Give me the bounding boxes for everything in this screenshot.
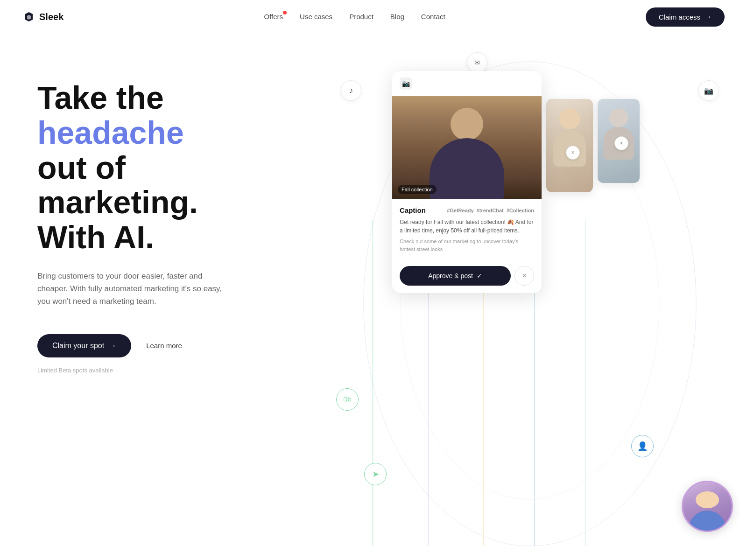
nav-link-blog[interactable]: Blog (390, 13, 404, 21)
claim-spot-arrow-icon: → (109, 342, 116, 350)
avatar (682, 481, 733, 532)
tiktok-icon: ♪ (341, 80, 361, 101)
caption-tags: #GetReady #trendChat #Collection (447, 208, 534, 213)
side-reject-btn-2[interactable]: × (614, 136, 628, 150)
card-image: Fall collection (392, 96, 542, 199)
reject-icon: × (522, 272, 526, 280)
caption-text: Get ready for Fall with our latest colle… (400, 218, 534, 235)
hero-subtitle: Bring customers to your door easier, fas… (37, 270, 224, 308)
logo-icon (22, 10, 35, 23)
nav-item-offers[interactable]: Offers (264, 13, 283, 21)
tag-3: #Collection (507, 208, 534, 213)
claim-access-label: Claim access (659, 13, 700, 21)
nav-links: Offers Use cases Product Blog Contact (264, 13, 445, 21)
nav-item-blog[interactable]: Blog (390, 13, 404, 21)
hero-section: Take the headache out of marketing. With… (0, 34, 747, 560)
instagram-icon: 📷 (698, 80, 719, 101)
approve-post-button[interactable]: Approve & post ✓ (400, 266, 511, 286)
cart-circle-icon: 🛍 (336, 388, 359, 411)
logo-text: Sleek (39, 12, 63, 22)
side-card-1 (546, 99, 593, 192)
card-actions: Approve & post ✓ × (392, 260, 542, 293)
nav-item-contact[interactable]: Contact (421, 13, 445, 21)
nav-link-usecases[interactable]: Use cases (300, 13, 332, 21)
caption-text-2: Check out some of our marketing to uncov… (400, 238, 534, 253)
tag-1: #GetReady (447, 208, 473, 213)
hero-title-highlight: headache (37, 115, 184, 150)
nav-link-contact[interactable]: Contact (421, 13, 445, 21)
logo[interactable]: Sleek (22, 10, 63, 23)
navbar: Sleek Offers Use cases Product Blog Cont… (0, 0, 747, 34)
approve-label: Approve & post (428, 272, 473, 280)
offers-dot (283, 11, 287, 14)
claim-spot-label: Claim your spot (52, 342, 104, 350)
nav-link-product[interactable]: Product (349, 13, 374, 21)
beta-badge: Limited Beta spots available (37, 367, 286, 374)
learn-more-button[interactable]: Learn more (146, 342, 182, 350)
email-icon: ✉ (467, 52, 487, 73)
hero-title: Take the headache out of marketing. With… (37, 80, 286, 255)
avatar-face (683, 482, 732, 531)
claim-access-button[interactable]: Claim access → (646, 7, 725, 27)
send-circle-icon: ➤ (364, 463, 387, 485)
side-reject-btn-1[interactable]: × (566, 146, 580, 160)
approve-checkmark-icon: ✓ (477, 272, 482, 280)
nav-item-product[interactable]: Product (349, 13, 374, 21)
person-head (451, 108, 483, 140)
claim-access-arrow-icon: → (705, 13, 712, 21)
content-card: 📷 Fall collection Caption #GetReady #tre… (392, 71, 542, 293)
hero-right: ♪ ✉ 📷 📷 Fall collection Caption (308, 34, 747, 560)
hero-buttons: Claim your spot → Learn more (37, 334, 286, 357)
caption-title: Caption #GetReady #trendChat #Collection (400, 206, 534, 214)
side-reject-1-icon: × (571, 149, 574, 156)
person-circle-icon: 👤 (631, 435, 654, 457)
tag-2: #trendChat (477, 208, 504, 213)
side-card-1-image (546, 99, 593, 192)
hero-title-prefix: Take the (37, 80, 164, 115)
card-caption-area: Caption #GetReady #trendChat #Collection… (392, 199, 542, 260)
hero-left: Take the headache out of marketing. With… (0, 34, 308, 560)
nav-item-usecases[interactable]: Use cases (300, 13, 332, 21)
avatar-body (689, 511, 726, 531)
side-reject-2-icon: × (620, 140, 623, 147)
card-header: 📷 (392, 71, 542, 96)
claim-spot-button[interactable]: Claim your spot → (37, 334, 131, 357)
card-image-label: Fall collection (398, 185, 437, 194)
hero-title-line3: With AI. (37, 219, 154, 255)
reject-button[interactable]: × (514, 266, 534, 286)
avatar-head (696, 491, 719, 508)
hero-title-line2: out of marketing. (37, 150, 198, 220)
card-header-icon: 📷 (400, 77, 412, 90)
nav-link-offers[interactable]: Offers (264, 13, 283, 21)
